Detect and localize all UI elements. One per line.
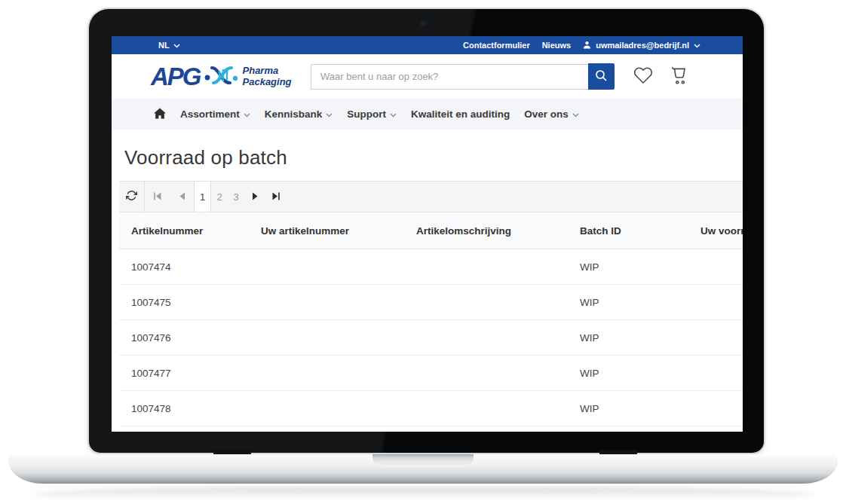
cart-button[interactable]: [669, 66, 690, 88]
cell-batch-id: WIP: [568, 285, 688, 320]
table-header: Artikelnummer Uw artikelnummer Artikelom…: [119, 212, 743, 249]
prev-page-icon: [179, 191, 185, 203]
refresh-icon: [126, 190, 137, 203]
cell-batch-id: WIP: [568, 391, 688, 426]
last-page-icon: [271, 191, 280, 203]
webcam-dot: [421, 21, 426, 26]
nav-item-kennisbank[interactable]: Kennisbank: [265, 108, 333, 120]
table-row: 1007474 WIP: [119, 249, 743, 285]
nav-item-label: Kennisbank: [265, 108, 323, 120]
chevron-down-icon: [326, 108, 333, 120]
first-page-button[interactable]: [145, 182, 170, 212]
cell-artikelnummer: 1007476: [119, 320, 249, 356]
cell-uw-artikelnummer: [249, 320, 404, 356]
prev-page-button[interactable]: [170, 182, 195, 212]
home-icon: [154, 108, 166, 121]
cell-artikelnummer: 1007477: [119, 356, 249, 391]
nav-home[interactable]: [154, 108, 166, 121]
table-row: 1007475 WIP: [119, 285, 743, 320]
logo[interactable]: APG Pharma P: [151, 62, 302, 92]
nav-item-label: Assortiment: [180, 108, 240, 120]
language-selector[interactable]: NL: [158, 41, 180, 50]
cell-artikelnummer: 1007478: [119, 391, 249, 426]
language-label: NL: [158, 41, 170, 50]
topbar: NL Contactformulier Nieuws uwmailadres@b…: [112, 36, 743, 54]
cell-uw-artikelnummer: [249, 249, 404, 285]
column-header-batch-id: Batch ID: [568, 212, 688, 249]
chevron-down-icon: [390, 108, 397, 120]
table-row: 1007476 WIP: [119, 320, 743, 356]
site-header: APG Pharma P: [112, 54, 743, 99]
stock-table-wrap: Artikelnummer Uw artikelnummer Artikelom…: [119, 212, 743, 426]
cell-uw-voorraad: [688, 356, 743, 391]
cell-batch-id: WIP: [568, 356, 688, 391]
cell-artikelomschrijving: [404, 285, 568, 320]
page-content: Voorraad op batch: [112, 146, 743, 426]
page-button-1[interactable]: 1: [195, 182, 211, 212]
topbar-link-nieuws[interactable]: Nieuws: [542, 41, 572, 50]
topbar-link-contactformulier[interactable]: Contactformulier: [463, 41, 530, 50]
next-page-icon: [252, 191, 259, 203]
dna-logo-icon: [204, 62, 239, 92]
cell-uw-voorraad: [688, 249, 743, 285]
nav-item-label: Over ons: [524, 108, 569, 120]
cell-uw-artikelnummer: [249, 391, 404, 426]
nav-item-label: Kwaliteit en auditing: [411, 108, 510, 120]
logo-brand-text: APG: [151, 64, 201, 89]
chevron-down-icon: [694, 41, 700, 50]
topbar-links: Contactformulier Nieuws uwmailadres@bedr…: [463, 41, 700, 50]
user-icon: [583, 41, 591, 50]
main-nav: Assortiment Kennisbank Support Kwaliteit…: [112, 99, 743, 130]
chevron-down-icon: [173, 41, 180, 50]
account-email: uwmailadres@bedrijf.nl: [596, 41, 689, 50]
nav-item-kwaliteit-en-auditing[interactable]: Kwaliteit en auditing: [411, 108, 510, 120]
column-header-artikelomschrijving: Artikelomschrijving: [404, 212, 568, 249]
cell-batch-id: WIP: [568, 320, 688, 356]
column-header-artikelnummer: Artikelnummer: [119, 212, 249, 249]
next-page-button[interactable]: [244, 182, 265, 212]
page-title: Voorraad op batch: [124, 146, 743, 170]
nav-item-support[interactable]: Support: [347, 108, 397, 120]
refresh-button[interactable]: [119, 182, 145, 212]
cell-batch-id: WIP: [568, 249, 688, 285]
search-bar: [311, 63, 615, 90]
heart-icon: [633, 66, 654, 88]
page-button-3[interactable]: 3: [228, 182, 244, 212]
cell-artikelomschrijving: [404, 391, 568, 426]
nav-item-over-ons[interactable]: Over ons: [524, 108, 579, 120]
search-button[interactable]: [588, 63, 615, 90]
column-header-uw-artikelnummer: Uw artikelnummer: [249, 212, 404, 249]
page-button-2[interactable]: 2: [211, 182, 228, 212]
chevron-down-icon: [572, 108, 579, 120]
table-row: 1007478 WIP: [119, 391, 743, 426]
cell-uw-voorraad: [688, 285, 743, 320]
laptop-reflection: [33, 487, 813, 502]
cell-artikelomschrijving: [404, 320, 568, 356]
table-row: 1007477 WIP: [119, 356, 743, 391]
cell-uw-voorraad: [688, 391, 743, 426]
nav-item-assortiment[interactable]: Assortiment: [180, 108, 250, 120]
cell-uw-artikelnummer: [249, 356, 404, 391]
wishlist-button[interactable]: [633, 66, 654, 88]
last-page-button[interactable]: [265, 182, 287, 212]
laptop-bezel: NL Contactformulier Nieuws uwmailadres@b…: [89, 9, 764, 453]
cell-uw-artikelnummer: [249, 285, 404, 320]
logo-tagline: Pharma Packaging: [243, 66, 292, 87]
cart-icon: [669, 66, 690, 88]
cell-artikelomschrijving: [404, 249, 568, 285]
nav-item-label: Support: [347, 108, 386, 120]
logo-tagline-line1: Pharma: [243, 66, 292, 76]
pagination-bar: 1 2 3: [119, 181, 743, 212]
account-menu[interactable]: uwmailadres@bedrijf.nl: [583, 41, 700, 50]
stock-table: Artikelnummer Uw artikelnummer Artikelom…: [119, 212, 743, 426]
column-header-uw-voorraad: Uw voorraad: [688, 212, 743, 249]
laptop-base: [8, 454, 838, 484]
header-action-icons: [633, 66, 690, 88]
cell-artikelomschrijving: [404, 356, 568, 391]
search-icon: [595, 69, 608, 84]
laptop-notch: [372, 454, 474, 467]
first-page-icon: [153, 191, 162, 203]
cell-uw-voorraad: [688, 320, 743, 356]
cell-artikelnummer: 1007475: [119, 285, 249, 320]
search-input[interactable]: [311, 64, 588, 90]
